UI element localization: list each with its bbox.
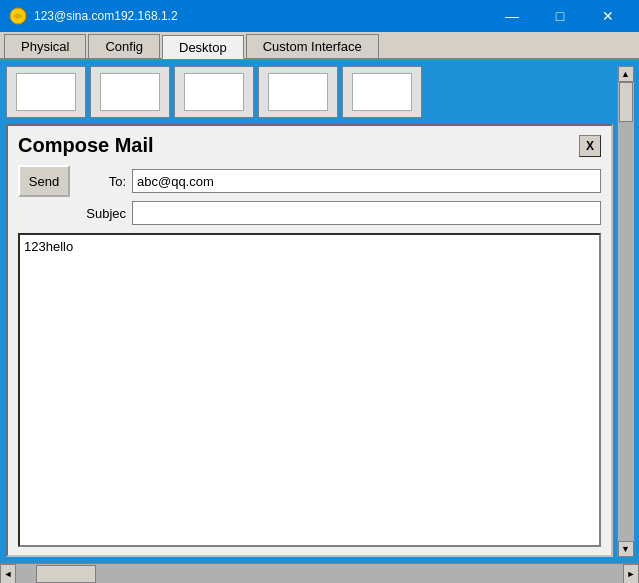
tab-bar: Physical Config Desktop Custom Interface bbox=[0, 32, 639, 60]
send-button[interactable]: Send bbox=[18, 165, 70, 197]
thumbnail-2[interactable] bbox=[90, 66, 170, 118]
tab-custom-interface[interactable]: Custom Interface bbox=[246, 34, 379, 58]
close-button[interactable]: ✕ bbox=[585, 0, 631, 32]
minimize-button[interactable]: — bbox=[489, 0, 535, 32]
thumbnail-1[interactable] bbox=[6, 66, 86, 118]
scroll-track-vertical[interactable] bbox=[618, 82, 634, 541]
scroll-thumb-vertical[interactable] bbox=[619, 82, 633, 122]
bottom-scrollbar: ◄ ► bbox=[0, 563, 639, 583]
compose-mail-panel: Compose Mail X Send To: Subjec bbox=[6, 124, 613, 557]
content-panels: Compose Mail X Send To: Subjec bbox=[6, 66, 613, 557]
thumbnail-5[interactable] bbox=[342, 66, 422, 118]
thumbnail-3[interactable] bbox=[174, 66, 254, 118]
to-label: To: bbox=[76, 174, 126, 189]
scroll-left-button[interactable]: ◄ bbox=[0, 564, 16, 584]
right-scrollbar: ▲ ▼ bbox=[617, 66, 633, 557]
compose-header: Compose Mail X bbox=[8, 126, 611, 161]
scroll-thumb-horizontal[interactable] bbox=[36, 565, 96, 583]
main-area: Compose Mail X Send To: Subjec ▲ bbox=[0, 60, 639, 563]
compose-form: Send To: Subjec bbox=[8, 161, 611, 229]
scroll-up-button[interactable]: ▲ bbox=[618, 66, 634, 82]
window-controls: — □ ✕ bbox=[489, 0, 631, 32]
to-row: Send To: bbox=[18, 165, 601, 197]
tab-physical[interactable]: Physical bbox=[4, 34, 86, 58]
compose-close-button[interactable]: X bbox=[579, 135, 601, 157]
tab-config[interactable]: Config bbox=[88, 34, 160, 58]
subject-input[interactable] bbox=[132, 201, 601, 225]
scroll-track-horizontal[interactable] bbox=[16, 564, 623, 584]
compose-title: Compose Mail bbox=[18, 134, 154, 157]
window-title: 123@sina.com192.168.1.2 bbox=[34, 9, 489, 23]
message-body[interactable] bbox=[18, 233, 601, 547]
title-bar: 123@sina.com192.168.1.2 — □ ✕ bbox=[0, 0, 639, 32]
thumbnails-row bbox=[6, 66, 613, 120]
to-input[interactable] bbox=[132, 169, 601, 193]
tab-desktop[interactable]: Desktop bbox=[162, 35, 244, 59]
scroll-down-button[interactable]: ▼ bbox=[618, 541, 634, 557]
subject-row: Subjec bbox=[18, 201, 601, 225]
maximize-button[interactable]: □ bbox=[537, 0, 583, 32]
subject-label: Subjec bbox=[76, 206, 126, 221]
scroll-right-button[interactable]: ► bbox=[623, 564, 639, 584]
app-icon bbox=[8, 6, 28, 26]
thumbnail-4[interactable] bbox=[258, 66, 338, 118]
